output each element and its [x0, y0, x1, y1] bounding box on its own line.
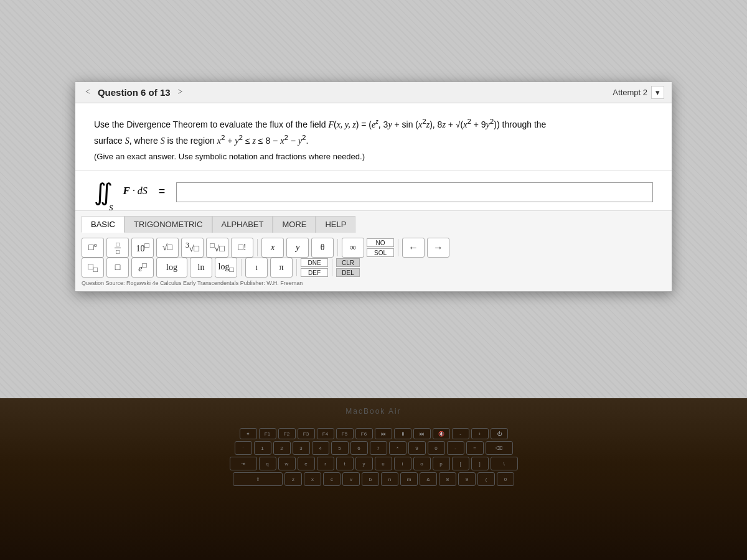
f3-key[interactable]: F3 [298, 428, 315, 439]
theta-btn[interactable]: θ [311, 238, 334, 258]
tab-alphabet[interactable]: ALPHABET [212, 216, 273, 233]
key-c[interactable]: c [323, 472, 341, 486]
key-equals[interactable]: = [466, 441, 484, 455]
prev-nav-arrow[interactable]: < [83, 86, 93, 98]
key-left-paren[interactable]: ( [477, 472, 495, 486]
back-arrow-btn[interactable]: ← [402, 238, 425, 258]
key-period[interactable]: 8 [439, 472, 456, 486]
no-btn[interactable]: NO [367, 238, 394, 247]
box-btn[interactable]: □ [106, 258, 129, 278]
key-8[interactable]: * [389, 441, 406, 455]
f8-key[interactable]: ⏸ [394, 428, 411, 439]
power10-btn[interactable]: 10□ [131, 238, 154, 258]
attempt-dropdown[interactable]: ▾ [651, 86, 664, 99]
key-q[interactable]: q [259, 457, 276, 470]
log-btn[interactable]: log [156, 258, 187, 278]
var-x-btn[interactable]: x [261, 238, 284, 258]
key-1[interactable]: 1 [254, 441, 271, 455]
degree-btn[interactable]: □° [82, 238, 104, 258]
subscript-btn[interactable]: □□ [82, 258, 104, 278]
key-i[interactable]: i [394, 457, 411, 470]
f1-key[interactable]: F1 [259, 428, 276, 439]
iota-btn[interactable]: ι [245, 258, 268, 278]
key-shift[interactable]: ⇧ [233, 472, 283, 486]
key-6[interactable]: 6 [350, 441, 368, 455]
integral-group: ∬ S [94, 180, 117, 204]
exp-btn[interactable]: e□ [131, 258, 154, 278]
key-u[interactable]: u [375, 457, 392, 470]
key-e[interactable]: e [298, 457, 315, 470]
key-y[interactable]: y [355, 457, 373, 470]
key-o[interactable]: o [413, 457, 431, 470]
nroot-btn[interactable]: □√□ [206, 238, 228, 258]
key-rbracket[interactable]: ] [471, 457, 489, 470]
key-r[interactable]: r [317, 457, 334, 470]
clr-del-group: CLR DEL [336, 258, 360, 277]
question-text-line1: Use the Divergence Theorem to evaluate t… [94, 116, 653, 148]
screen: < Question 6 of 13 > Attempt 2 ▾ Use the… [0, 0, 747, 398]
key-lbracket[interactable]: [ [452, 457, 469, 470]
physical-keyboard: ✦ F1 F2 F3 F4 F5 F6 ⏮ ⏸ ⏭ 🔇 - + ⏻ ` 1 2 … [230, 428, 518, 486]
fn-key[interactable]: ✦ [240, 428, 257, 439]
key-7[interactable]: 7 [370, 441, 387, 455]
answer-input[interactable] [176, 182, 653, 202]
equals-sign: = [159, 185, 166, 198]
dne-btn[interactable]: DNE [301, 258, 328, 267]
key-3[interactable]: 3 [293, 441, 310, 455]
f9-key[interactable]: ⏭ [413, 428, 431, 439]
ln-btn[interactable]: ln [190, 258, 212, 278]
key-0[interactable]: 0 [428, 441, 445, 455]
key-w[interactable]: w [278, 457, 296, 470]
tab-more[interactable]: MORE [273, 216, 316, 233]
f2-key[interactable]: F2 [278, 428, 296, 439]
attempt-dropdown-arrow: ▾ [655, 88, 660, 97]
key-4[interactable]: 4 [312, 441, 329, 455]
key-b[interactable]: b [362, 472, 379, 486]
cbrt-btn[interactable]: 3√□ [181, 238, 204, 258]
sol-btn[interactable]: SOL [367, 248, 394, 257]
forward-arrow-btn[interactable]: → [427, 238, 449, 258]
f5-key[interactable]: F5 [336, 428, 354, 439]
tab-trigonometric[interactable]: TRIGONOMETRIC [125, 216, 212, 233]
def-btn[interactable]: DEF [301, 268, 328, 277]
power-key[interactable]: ⏻ [491, 428, 508, 439]
tab-basic[interactable]: BASIC [82, 216, 125, 233]
f11-key[interactable]: - [452, 428, 469, 439]
f10-key[interactable]: 🔇 [433, 428, 450, 439]
sqrt-btn[interactable]: √□ [156, 238, 179, 258]
keyboard-tabs: BASIC TRIGONOMETRIC ALPHABET MORE HELP [82, 216, 665, 233]
key-2[interactable]: 2 [273, 441, 291, 455]
key-x[interactable]: x [304, 472, 321, 486]
key-right-paren[interactable]: 0 [497, 472, 514, 486]
key-z[interactable]: z [284, 472, 302, 486]
sep1 [257, 239, 258, 256]
key-n[interactable]: n [381, 472, 398, 486]
key-9[interactable]: 9 [408, 441, 426, 455]
pi-btn[interactable]: π [270, 258, 293, 278]
key-p[interactable]: p [433, 457, 450, 470]
key-backslash[interactable]: \ [491, 457, 518, 470]
key-5[interactable]: 5 [331, 441, 349, 455]
factorial-btn[interactable]: □! [231, 238, 253, 258]
key-minus[interactable]: - [447, 441, 464, 455]
f4-key[interactable]: F4 [317, 428, 334, 439]
f12-key[interactable]: + [471, 428, 489, 439]
del-btn[interactable]: DEL [336, 268, 360, 277]
infinity-btn[interactable]: ∞ [342, 238, 364, 258]
key-t[interactable]: t [336, 457, 354, 470]
key-m[interactable]: m [400, 472, 418, 486]
f6-key[interactable]: F6 [355, 428, 373, 439]
tab-help[interactable]: HELP [316, 216, 355, 233]
clr-btn[interactable]: CLR [336, 258, 360, 267]
logbase-btn[interactable]: log□ [215, 258, 237, 278]
fraction-btn[interactable]: □□ [106, 238, 129, 258]
key-delete[interactable]: ⌫ [486, 441, 513, 455]
key-comma[interactable]: & [420, 472, 437, 486]
next-nav-arrow[interactable]: > [176, 86, 186, 98]
key-slash[interactable]: 9 [458, 472, 476, 486]
key-v[interactable]: v [342, 472, 360, 486]
key-backtick[interactable]: ` [235, 441, 252, 455]
f7-key[interactable]: ⏮ [375, 428, 392, 439]
var-y-btn[interactable]: y [286, 238, 309, 258]
key-tab[interactable]: ⇥ [230, 457, 257, 470]
